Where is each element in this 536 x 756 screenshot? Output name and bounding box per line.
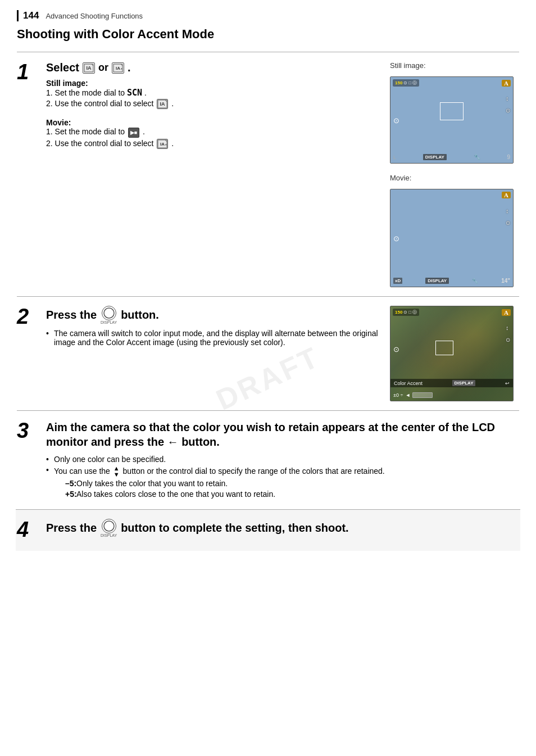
step-3-bullets: Only one color can be specified. You can…: [46, 455, 519, 499]
still-cam-right-icons: ↕ ⊙: [506, 95, 510, 114]
step2-cam-right-icons: ↕ ⊙: [506, 324, 510, 343]
still-cam-150: 150: [395, 80, 402, 85]
step-1-still-item1: 1. Set the mode dial to SCN .: [46, 88, 381, 98]
movie-cam-mode-badge: A: [502, 192, 511, 198]
step-2-images: 150 ⊙ □ ⓪ A ↕ ⊙ ⊙: [390, 306, 519, 401]
step-4-title-prefix: Press the: [46, 522, 97, 535]
movie-cam-bg: [390, 189, 513, 287]
still-cam-num: 9: [507, 154, 510, 160]
step-2-camera-screen: 150 ⊙ □ ⓪ A ↕ ⊙ ⊙: [390, 306, 514, 401]
step-1-movie-item2-prefix: 2.: [46, 139, 55, 148]
movie-cam-left-icons: ⊙: [393, 234, 399, 243]
step2-cam-top-icons: 150 ⊙ □ ⓪: [393, 309, 419, 316]
step2-cam-topbar: 150 ⊙ □ ⓪ A: [393, 309, 511, 316]
step-2-display-btn-icon: DISPLAY: [101, 306, 117, 324]
step-1-still-period: .: [171, 99, 174, 108]
step2-cam-value: ±0 ÷: [393, 392, 403, 398]
step2-cam-mode-badge: A: [502, 309, 511, 316]
step2-cam-circle: ⊙: [403, 310, 407, 315]
page-header: 144 Advanced Shooting Functions: [17, 10, 519, 21]
page-wrapper: 144 Advanced Shooting Functions Shooting…: [0, 0, 536, 568]
step-3-bullet2-text: You can use the: [54, 467, 110, 476]
movie-image-label: Movie:: [390, 174, 519, 182]
step-3-dash2: Also takes colors close to the one that …: [65, 490, 519, 499]
step2-cam-display: DISPLAY: [452, 380, 476, 386]
step-1-movie-item1-period: .: [143, 127, 145, 136]
step-1-number: 1: [17, 61, 46, 287]
still-cam-bottom-right: 🔧: [474, 154, 480, 160]
icon-ia-still: IA: [83, 62, 95, 74]
step-1-title-suffix: .: [128, 61, 131, 74]
step-1-movie-label: Movie:: [46, 118, 381, 127]
step-2: 2 Press the DISPLAY button. The camera w…: [17, 296, 519, 410]
step-4-wrapper: 4 Press the DISPLAY button to complete t…: [16, 509, 520, 551]
step-2-bullet1: The camera will switch to color input mo…: [46, 329, 381, 347]
step-1-movie-section: Movie: 1. Set the mode dial to ▶■ . 2. U…: [46, 118, 381, 149]
step-4-circle-icon: [102, 519, 116, 533]
step2-cam-flower: ⊙: [393, 345, 399, 354]
section-title: Shooting with Color Accent Mode: [17, 27, 519, 42]
step-3-dash2-text: Also takes colors close to the one that …: [76, 490, 275, 499]
step-1: 1 Select IA or IA: [17, 52, 519, 296]
still-cam-left-icon1: ⊙: [393, 116, 399, 124]
still-cam-circle: ⊙: [403, 80, 407, 85]
icon-ia-movie: IA *: [112, 62, 124, 74]
step-2-content: Press the DISPLAY button. The camera wil…: [46, 306, 390, 401]
svg-point-15: [104, 521, 114, 531]
step2-cam-focus-box: [435, 341, 453, 355]
step-1-title-prefix: Select: [46, 61, 79, 74]
up-down-arrow-icon: ▲ ▼: [113, 465, 120, 478]
page-number: 144: [23, 10, 39, 21]
step-2-bullets: The camera will switch to color input mo…: [46, 329, 381, 347]
step-1-still-label: Still image:: [46, 79, 381, 88]
still-cam-top-icons: 150 ⊙ □ ⓪: [393, 79, 419, 87]
step-3-dash1: Only takes the color that you want to re…: [65, 479, 519, 488]
step-3-bullet2-end: button or the control dial to specify th…: [123, 467, 385, 476]
movie-cam-right-icons: ↕ ⊙: [506, 207, 510, 226]
step2-cam-right-icon2: ⊙: [506, 337, 510, 343]
step-4-display-icon-wrap: DISPLAY: [101, 519, 117, 537]
step-1-still-item2-prefix: 2.: [46, 99, 55, 108]
step-1-still-section: Still image: 1. Set the mode dial to SCN…: [46, 79, 381, 109]
step2-cam-color-label: Color Accent: [394, 381, 423, 386]
step-1-movie-item1-text: Set the mode dial to: [55, 127, 127, 136]
step2-cam-left-arrow: ◄: [405, 392, 410, 398]
step-2-title: Press the DISPLAY button.: [46, 306, 381, 324]
still-cam-mode-badge: A: [502, 80, 511, 87]
step-4-display-label: DISPLAY: [101, 533, 117, 537]
still-cam-right-icon2: ⊙: [506, 107, 510, 114]
step-3-wrapper: 3 Aim the camera so that the color you w…: [17, 410, 519, 509]
svg-text:*: *: [165, 143, 167, 147]
step2-cam-right-icon1: ↕: [506, 324, 510, 331]
down-arrow: ▼: [113, 472, 120, 478]
icon-ia-movie-inline: IA *: [157, 139, 168, 149]
step2-cam-left: ⊙: [393, 345, 399, 354]
movie-cam-left-icon: ⊙: [393, 234, 399, 243]
page-header-title: Advanced Shooting Functions: [46, 12, 143, 20]
step-2-title-prefix: Press the: [46, 309, 97, 322]
step-4-number: 4: [17, 519, 46, 542]
movie-cam-bottom: xD DISPLAY 🔧 14": [393, 278, 510, 284]
svg-text:IA: IA: [116, 66, 120, 71]
step2-cam-lock: ⓪: [412, 309, 417, 315]
step-3-dash-list: Only takes the color that you want to re…: [54, 479, 519, 499]
movie-cam-xd: xD: [393, 278, 402, 284]
step2-cam-bottom: ±0 ÷ ◄: [393, 392, 510, 398]
still-cam-left-icons: ⊙: [393, 116, 399, 124]
still-cam-focus-box: [440, 102, 464, 120]
step-1-movie-item2-text: Use the control dial to select: [55, 139, 156, 148]
step-3-content: Aim the camera so that the color you wis…: [46, 420, 519, 500]
still-image-label: Still image:: [390, 61, 519, 70]
step-2-number: 2: [17, 306, 46, 401]
step-4-title-suffix: button to complete the setting, then sho…: [121, 522, 349, 535]
step-1-movie-item2-period: .: [171, 139, 174, 148]
step-1-content: Select IA or IA *: [46, 61, 390, 287]
still-cam-right-icon1: ↕: [506, 95, 510, 102]
movie-cam-topbar: A: [393, 192, 511, 198]
svg-text:IA: IA: [86, 65, 92, 71]
step-1-still-item2: 2. Use the control dial to select IA .: [46, 99, 381, 109]
icon-movie-mode: ▶■: [128, 128, 139, 138]
step-1-still-item2-text: Use the control dial to select: [55, 99, 156, 108]
scn-icon: SCN: [127, 88, 142, 98]
svg-text:IA: IA: [160, 142, 165, 147]
